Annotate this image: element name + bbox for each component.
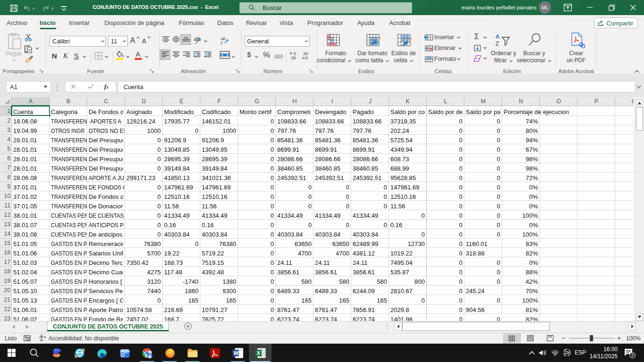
svg-text:?: ?: [44, 335, 46, 340]
svg-text:,00: ,00: [290, 56, 296, 60]
svg-text:0: 0: [305, 56, 308, 60]
svg-text:X: X: [256, 350, 260, 356]
svg-text:W: W: [234, 350, 239, 356]
svg-text:c: c: [221, 41, 223, 45]
